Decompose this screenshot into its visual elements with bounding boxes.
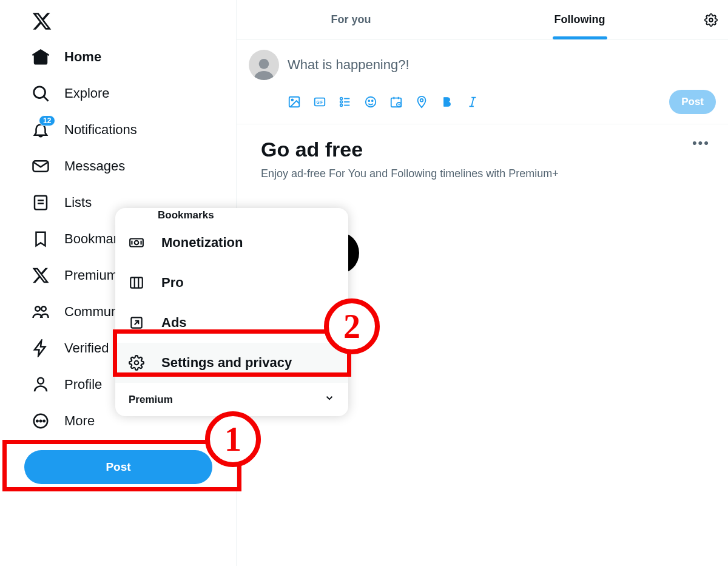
svg-point-19 [340,98,343,100]
svg-point-10 [36,420,38,422]
poll-icon[interactable] [339,95,352,109]
svg-point-7 [41,306,46,311]
location-icon[interactable] [415,95,428,109]
nav-explore[interactable]: Explore [24,75,117,112]
gear-icon [129,355,144,371]
timeline-tabs: For you Following [237,0,728,40]
promo-title: Go ad free [261,138,704,161]
svg-point-0 [34,87,46,98]
svg-point-8 [38,378,44,384]
annotation-circle-2: 2 [324,298,380,354]
svg-text:GIF: GIF [317,100,323,104]
nav-label: Profile [64,377,102,392]
nav-profile[interactable]: Profile [24,366,109,403]
timeline-settings-button[interactable] [694,0,728,39]
nav-label: Home [64,49,101,65]
nav-label: Premium [64,268,118,283]
nav-messages[interactable]: Messages [24,148,132,184]
chevron-down-icon [324,392,335,406]
avatar[interactable] [249,50,279,80]
tab-label: Following [554,13,605,26]
svg-point-27 [372,100,373,101]
italic-icon[interactable] [466,95,479,109]
compose-toolbar: GIF [288,95,479,109]
compose-post-button[interactable]: Post [669,90,716,114]
nav-lists[interactable]: Lists [24,184,99,221]
money-icon [129,235,144,251]
nav-more[interactable]: More [24,403,102,439]
external-icon [129,315,144,331]
nav-label: More [64,413,95,429]
promo-more-button[interactable]: ••• [692,135,710,151]
home-icon [32,48,50,66]
svg-line-35 [471,98,474,107]
menu-label: Ads [161,315,187,331]
lightning-icon [32,339,50,357]
bookmark-icon [32,230,50,248]
promo-card: ••• Go ad free Enjoy ad-free For You and… [237,124,728,194]
annotation-circle-1: 1 [205,411,261,467]
gear-icon [704,13,718,27]
menu-item-settings-privacy[interactable]: Settings and privacy [115,343,348,383]
schedule-icon[interactable] [389,95,403,109]
svg-point-25 [366,97,376,107]
list-icon [32,194,50,212]
more-icon [32,412,50,430]
menu-label: Monetization [161,235,243,251]
svg-point-26 [368,100,369,101]
nav-label: Lists [64,195,92,211]
menu-premium-label: Premium [129,394,173,406]
more-menu-popup: Bookmarks Monetization Pro Ads Settings … [115,208,348,416]
x-logo[interactable] [24,6,236,39]
svg-line-1 [44,97,49,101]
nav-premium[interactable]: Premium [24,257,125,294]
nav-label: Notifications [64,122,137,138]
menu-item-ads[interactable]: Ads [115,303,348,343]
promo-subtitle: Enjoy ad-free For You and Following time… [261,167,704,180]
menu-label: Settings and privacy [161,355,292,371]
svg-point-12 [43,420,45,422]
tab-following[interactable]: Following [465,0,694,39]
nav-label: Explore [64,86,110,101]
svg-point-21 [340,101,343,103]
svg-point-16 [291,99,293,101]
svg-point-37 [135,241,139,245]
x-icon [32,266,50,285]
tab-for-you[interactable]: For you [237,0,465,39]
svg-point-6 [35,306,40,311]
menu-label: Pro [161,275,184,291]
menu-item-monetization[interactable]: Monetization [115,223,348,263]
svg-point-23 [340,104,343,107]
menu-clip-bookmarks[interactable]: Bookmarks [115,208,348,223]
tab-label: For you [331,13,371,26]
nav-notifications[interactable]: 12 Notifications [24,112,144,148]
compose-input[interactable]: What is happening?! [288,50,716,90]
search-icon [32,84,50,103]
columns-icon [129,275,144,291]
sidebar-post-button[interactable]: Post [24,450,212,484]
people-icon [32,303,50,321]
svg-point-13 [709,18,713,22]
envelope-icon [32,157,50,175]
person-icon [32,376,50,394]
gif-icon[interactable]: GIF [313,95,326,109]
notification-badge: 12 [39,115,55,126]
emoji-icon[interactable] [364,95,377,109]
svg-point-44 [135,361,139,365]
media-icon[interactable] [288,95,301,109]
svg-rect-40 [130,277,143,288]
svg-point-14 [259,59,269,69]
compose-box: What is happening?! GIF Post [237,40,728,124]
nav-label: Messages [64,158,125,174]
nav-home[interactable]: Home [24,39,109,75]
menu-item-pro[interactable]: Pro [115,263,348,303]
svg-point-11 [40,420,42,422]
bold-icon[interactable] [440,95,454,109]
svg-point-32 [420,99,423,102]
